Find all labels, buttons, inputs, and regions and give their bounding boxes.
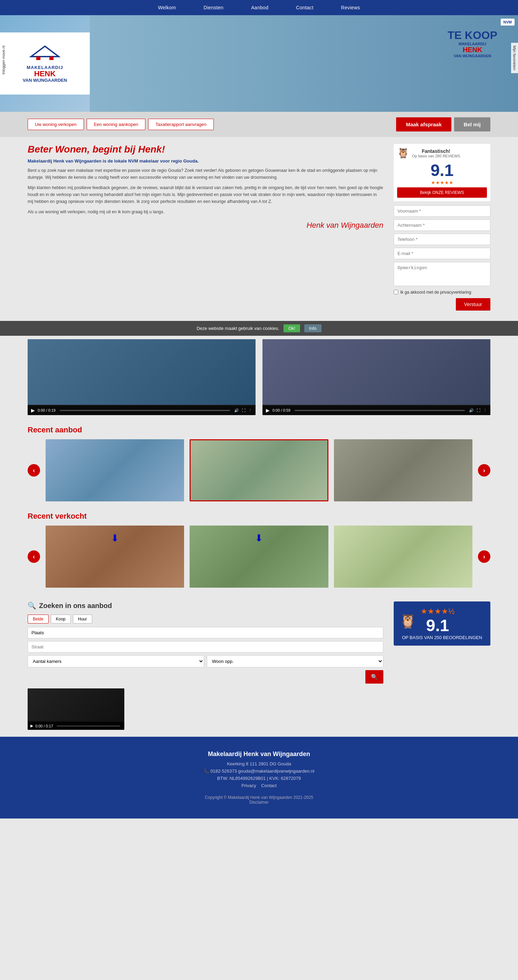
search-row-filters: Aantal kamers Woon opp. [28, 655, 383, 667]
video-small-time: 0:00 / 0:17 [35, 724, 53, 728]
search-right: 🦉 ★★★★½ 9.1 OP BASIS VAN 250 BEOORDELING… [394, 601, 490, 646]
telefoon-input[interactable] [394, 234, 490, 245]
main-left: Beter Wonen, begint bij Henk! Makelaardi… [28, 144, 383, 310]
verkocht-card-1[interactable]: ⬇ [46, 525, 184, 588]
tab-huur[interactable]: Huur [73, 614, 92, 624]
more-icon-2[interactable]: ⋮ [483, 408, 487, 413]
review-fantastisch: Fantastisch! [412, 148, 460, 154]
afspraak-button[interactable]: Maak afspraak [396, 117, 451, 132]
review-big-owl: 🦉 [399, 613, 416, 629]
video-2-time: 0:00 / 0:59 [273, 408, 290, 412]
search-title: 🔍 Zoeken in ons aanbod [28, 601, 383, 610]
inloggen-side[interactable]: Inloggen move.nl [0, 43, 7, 77]
tab-aankopen[interactable]: Een woning aankopen [87, 119, 146, 130]
recent-aanbod-section: Recent aanbod ‹ › [0, 422, 518, 508]
nvm-logo: NVM [501, 19, 515, 25]
nav-contact[interactable]: Contact [282, 5, 327, 10]
review-big-stars: ★★★★½ [421, 607, 454, 616]
tab-beide[interactable]: Beide [28, 614, 49, 624]
aanbod-prev-arrow[interactable]: ‹ [28, 464, 40, 477]
volume-icon[interactable]: 🔊 [234, 408, 239, 413]
volume-icon-2[interactable]: 🔊 [469, 408, 474, 413]
action-bar: Uw woning verkopen Een woning aankopen T… [0, 112, 518, 137]
email-input[interactable] [394, 248, 490, 259]
review-owl-icon: 🦉 [397, 147, 409, 159]
svg-rect-2 [49, 57, 54, 60]
hero-brand-line1: MAKELAARDIJ [448, 42, 497, 46]
voornaam-input[interactable] [394, 205, 490, 217]
cookie-ok-button[interactable]: Ok! [284, 325, 300, 332]
video-1-controls: ▶ 0:00 / 0:19 🔊 ⛶ ⋮ [28, 406, 255, 415]
tab-taxatie[interactable]: Taxatierapport aanvragen [148, 119, 214, 130]
main-subtitle: Makelaardij Henk van Wijngaarden is de l… [28, 158, 383, 164]
te-koop-sign: TE KOOP [448, 29, 497, 42]
review-big-widget: 🦉 ★★★★½ 9.1 OP BASIS VAN 250 BEOORDELING… [394, 601, 490, 646]
nav-aanbod[interactable]: Aanbod [237, 5, 282, 10]
svg-marker-0 [31, 46, 59, 57]
review-big-text: OP BASIS VAN 250 BEOORDELINGEN [399, 635, 485, 640]
logo-brand-main: HENK [23, 70, 67, 78]
aanbod-next-arrow[interactable]: › [478, 464, 490, 477]
aanbod-card-3[interactable] [334, 439, 472, 501]
verkocht-next-arrow[interactable]: › [478, 550, 490, 563]
footer-btw: BTW: NL854992629B01 | KVK: 62872079 [7, 776, 511, 781]
cookie-banner: Deze website maakt gebruik van cookies. … [0, 321, 518, 336]
review-big-score: 9.1 [421, 616, 454, 635]
search-plaats[interactable]: Plaats [28, 627, 383, 638]
more-icon[interactable]: ⋮ [248, 408, 252, 413]
search-kamers[interactable]: Aantal kamers [28, 655, 204, 667]
search-straat[interactable] [28, 641, 383, 652]
search-woon[interactable]: Woon opp. [207, 655, 383, 667]
recent-verkocht-title: Recent verkocht [28, 512, 490, 521]
tab-koop[interactable]: Koop [51, 614, 71, 624]
verkocht-card-2[interactable]: ⬇ [190, 525, 328, 588]
video-small-play[interactable]: ▶ [30, 724, 33, 728]
footer-contact-link[interactable]: Contact [261, 783, 277, 788]
tab-verkopen[interactable]: Uw woning verkopen [28, 119, 84, 130]
review-widget: 🦉 Fantastisch! Op basis van 280 REVIEWS … [394, 144, 490, 201]
nav-welkom[interactable]: Welkom [144, 5, 190, 10]
footer-company: Makelaardij Henk van Wijngaarden [7, 751, 511, 758]
video-1-play[interactable]: ▶ [31, 407, 35, 413]
footer-links: Privacy Contact [7, 783, 511, 788]
nav-reviews[interactable]: Reviews [327, 5, 374, 10]
review-btn[interactable]: Bekijk ONZE REVIEWS [397, 188, 487, 198]
aanbod-card-1[interactable] [46, 439, 184, 501]
footer-copyright: Copyright © Makelaardij Henk van Wijngaa… [7, 795, 511, 800]
video-2-play[interactable]: ▶ [266, 407, 270, 413]
main-text3: Als u uw woning wilt verkopen, nodig mij… [28, 208, 383, 215]
aanbod-card-2[interactable] [190, 439, 328, 501]
main-signature: Henk van Wijngaarden [28, 221, 383, 230]
video-small: ▶ 0:00 / 0:17 [28, 689, 124, 730]
opmerkingen-input[interactable] [394, 262, 490, 286]
hero-photo: NVM TE KOOP MAKELAARDIJ HENK VAN WIJNGAA… [90, 15, 518, 112]
form-submit[interactable]: Verstuur [456, 298, 490, 310]
privacy-check: Ik ga akkoord met de privacyverklaring [394, 290, 490, 295]
main-content: Beter Wonen, begint bij Henk! Makelaardi… [0, 137, 518, 321]
search-tabs: Beide Koop Huur [28, 614, 383, 624]
bel-mij-button[interactable]: Bel mij [454, 117, 490, 132]
hero-logo: MAKELAARDIJ HENK VAN WIJNGAARDEN [0, 32, 90, 95]
footer-privacy-link[interactable]: Privacy [241, 783, 256, 788]
verkocht-card-3[interactable] [334, 525, 472, 588]
recent-aanbod-title: Recent aanbod [28, 425, 490, 434]
review-stars: ★★★★★ [397, 180, 487, 185]
search-button[interactable]: 🔍 [365, 670, 383, 684]
achternaam-input[interactable] [394, 220, 490, 231]
hero-brand-line2: HENK [448, 46, 497, 54]
privacy-checkbox[interactable] [394, 290, 398, 294]
verkocht-items: ⬇ ⬇ [46, 525, 472, 588]
recent-verkocht-section: Recent verkocht ‹ ⬇ ⬇ › [0, 508, 518, 595]
fullscreen-icon[interactable]: ⛶ [242, 408, 245, 412]
verkocht-prev-arrow[interactable]: ‹ [28, 550, 40, 563]
favorieten-side[interactable]: Mijn favorieten [511, 43, 518, 73]
fullscreen-icon-2[interactable]: ⛶ [477, 408, 480, 412]
footer-address: Keerking 8 111 2801 DG Gouda [7, 761, 511, 767]
search-left: 🔍 Zoeken in ons aanbod Beide Koop Huur P… [28, 601, 383, 730]
cookie-info-button[interactable]: Info [304, 325, 322, 332]
video-2-controls: ▶ 0:00 / 0:59 🔊 ⛶ ⋮ [263, 406, 490, 415]
top-navigation: Welkom Diensten Aanbod Contact Reviews [0, 0, 518, 15]
hero-section: Inloggen move.nl MAKELAARDIJ HENK VAN WI… [0, 15, 518, 112]
nav-diensten[interactable]: Diensten [190, 5, 237, 10]
footer-phone: 📞 0182-526373 gouda@makelaardijvanwijnga… [7, 768, 511, 774]
